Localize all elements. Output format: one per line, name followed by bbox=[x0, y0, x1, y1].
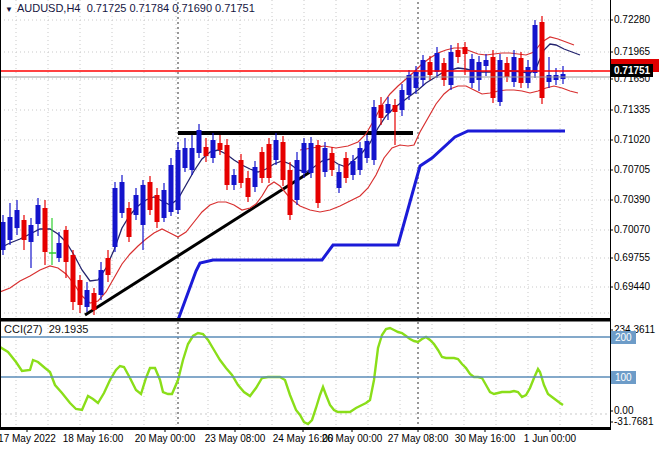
candle-body bbox=[281, 142, 286, 180]
price-axis-label: 0.71020 bbox=[614, 134, 650, 145]
cci-axis-label: -31.7681 bbox=[614, 416, 653, 427]
candle-body bbox=[148, 182, 153, 210]
candle-body bbox=[372, 107, 377, 160]
time-axis-label: 17 May 2022 bbox=[0, 433, 56, 444]
candle-body bbox=[386, 104, 391, 113]
candle-body bbox=[344, 158, 349, 178]
candle-body bbox=[155, 195, 160, 222]
candle-body bbox=[127, 208, 132, 237]
candle-body bbox=[99, 270, 104, 295]
candle-body bbox=[169, 165, 174, 212]
time-axis-label: 23 May 08:00 bbox=[205, 433, 266, 444]
candle-body bbox=[246, 178, 251, 197]
candle-body bbox=[463, 47, 468, 54]
candle-body bbox=[547, 75, 552, 82]
candle-body bbox=[400, 90, 405, 110]
time-axis-label: 26 May 00:00 bbox=[322, 433, 383, 444]
chart-title-bar: ▼AUDUSD,H4 0.71725 0.71784 0.71690 0.717… bbox=[5, 2, 255, 14]
candle-body bbox=[225, 145, 230, 185]
chart-canvas[interactable] bbox=[0, 0, 660, 450]
price-axis-label: 0.70390 bbox=[614, 194, 650, 205]
candle-body bbox=[323, 148, 328, 172]
ohlc-values: 0.71725 0.71784 0.71690 0.71751 bbox=[87, 2, 255, 14]
indicator-value: 29.1935 bbox=[49, 323, 89, 335]
candle-body bbox=[253, 167, 258, 187]
candle-body bbox=[533, 25, 538, 73]
time-axis-label: 1 Jun 00:00 bbox=[524, 433, 576, 444]
candle-body bbox=[337, 172, 342, 188]
candle-body bbox=[358, 148, 363, 170]
price-axis-label: 0.71335 bbox=[614, 104, 650, 115]
candle-body bbox=[274, 140, 279, 160]
candle-body bbox=[106, 258, 111, 275]
trading-chart-window: { "header": { "symbol": "AUDUSD,H4", "oh… bbox=[0, 0, 660, 450]
candle-body bbox=[232, 175, 237, 185]
candle-body bbox=[540, 22, 545, 98]
candle-body bbox=[239, 160, 244, 183]
candle-body bbox=[197, 130, 202, 153]
candle-body bbox=[204, 147, 209, 156]
candle-body bbox=[92, 293, 97, 310]
candle-body bbox=[43, 208, 48, 252]
symbol-dropdown-icon[interactable]: ▼ bbox=[5, 5, 13, 14]
candle-body bbox=[183, 148, 188, 168]
candle-body bbox=[85, 290, 90, 307]
candle-body bbox=[15, 210, 20, 228]
panel-divider bbox=[0, 318, 611, 322]
candle-body bbox=[365, 141, 370, 158]
time-axis-label: 18 May 16:00 bbox=[63, 433, 124, 444]
price-axis-label: 0.70070 bbox=[614, 224, 650, 235]
last-price-badge: 0.71751 bbox=[611, 64, 653, 77]
candle-body bbox=[428, 62, 433, 75]
candle-body bbox=[260, 152, 265, 178]
candle-body bbox=[22, 220, 27, 240]
candle-body bbox=[218, 143, 223, 150]
candle-body bbox=[505, 63, 510, 77]
candle-body bbox=[498, 60, 503, 102]
candle-body bbox=[316, 145, 321, 203]
candle-body bbox=[8, 217, 13, 240]
candle-body bbox=[407, 75, 412, 95]
candle-body bbox=[393, 105, 398, 112]
candle-body bbox=[449, 52, 454, 85]
candle-body bbox=[134, 195, 139, 215]
candle-body bbox=[141, 185, 146, 225]
candle-body bbox=[176, 150, 181, 210]
candle-body bbox=[414, 72, 419, 88]
candle-body bbox=[1, 222, 6, 250]
time-axis-label: 30 May 16:00 bbox=[455, 433, 516, 444]
candle-body bbox=[526, 67, 531, 83]
candle-body bbox=[78, 280, 83, 305]
candle-body bbox=[456, 50, 461, 57]
candle-body bbox=[435, 53, 440, 72]
candle-body bbox=[113, 188, 118, 247]
cci-level-badge: 200 bbox=[611, 331, 636, 344]
candle-body bbox=[211, 140, 216, 158]
price-axis-label: 0.70705 bbox=[614, 164, 650, 175]
candle-body bbox=[64, 230, 69, 262]
candle-body bbox=[288, 170, 293, 215]
candle-body bbox=[302, 143, 307, 173]
cci-axis-label: 0.00 bbox=[614, 405, 633, 416]
bottom-frame bbox=[0, 427, 611, 430]
candle-body bbox=[267, 144, 272, 178]
candle-body bbox=[162, 190, 167, 218]
candle-body bbox=[71, 255, 76, 302]
candle-body bbox=[484, 60, 489, 66]
candle-body bbox=[190, 148, 195, 170]
candle-body bbox=[351, 161, 356, 175]
indicator-label: CCI(27) 29.1935 bbox=[4, 323, 88, 335]
indicator-name: CCI(27) bbox=[4, 323, 43, 335]
candle-body bbox=[379, 105, 384, 118]
price-axis-label: 0.69755 bbox=[614, 252, 650, 263]
cci-line bbox=[0, 328, 563, 424]
time-axis-label: 27 May 08:00 bbox=[388, 433, 449, 444]
candle-body bbox=[330, 153, 335, 170]
time-axis-label: 20 May 00:00 bbox=[135, 433, 196, 444]
price-axis-label: 0.71965 bbox=[614, 46, 650, 57]
candle-body bbox=[29, 225, 34, 242]
candle-body bbox=[295, 160, 300, 200]
candle-body bbox=[309, 143, 314, 173]
candle-body bbox=[57, 243, 62, 258]
candle-body bbox=[120, 182, 125, 213]
